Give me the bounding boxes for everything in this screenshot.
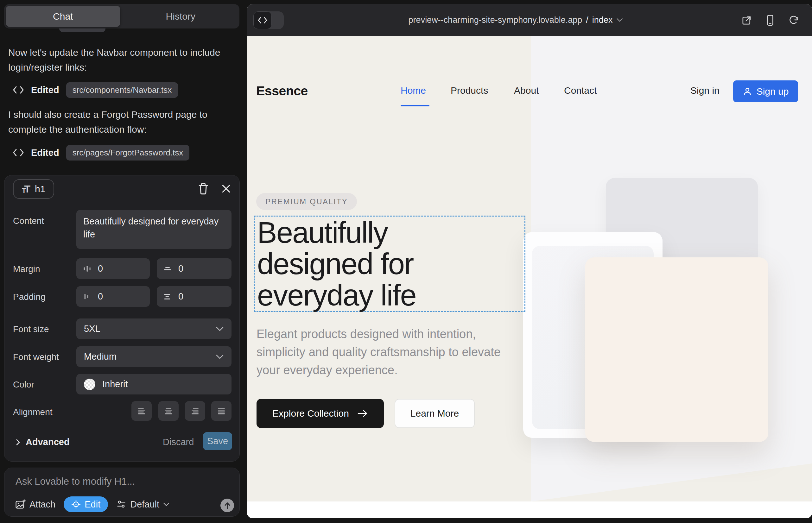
explore-collection-button[interactable]: Explore Collection <box>257 399 384 428</box>
sign-in-link[interactable]: Sign in <box>690 85 720 96</box>
margin-x-input[interactable] <box>97 263 137 274</box>
padding-y-field[interactable] <box>157 286 231 307</box>
save-button[interactable]: Save <box>203 432 232 450</box>
color-select[interactable]: Inherit <box>76 374 231 395</box>
content-input[interactable]: Beautifully designed for everyday life <box>76 210 231 249</box>
nav-link-contact[interactable]: Contact <box>564 85 597 96</box>
edited-file-chip[interactable]: src/components/Navbar.tsx <box>66 82 178 98</box>
close-icon <box>221 184 231 194</box>
send-button[interactable] <box>220 499 234 512</box>
mobile-view-button[interactable] <box>763 13 777 27</box>
font-size-select[interactable]: 5XL <box>76 319 231 339</box>
url-host: preview--charming-site-symphony.lovable.… <box>408 15 582 25</box>
section-below-hero <box>247 502 812 518</box>
color-label: Color <box>13 380 34 390</box>
hero-heading-line: everyday life <box>257 279 416 311</box>
discard-button[interactable]: Discard <box>163 437 194 447</box>
arrow-up-icon <box>224 502 231 509</box>
hero-heading[interactable]: Beautifully designed for everyday life <box>257 217 416 311</box>
nav-active-underline <box>401 105 429 106</box>
align-center-icon <box>164 407 173 415</box>
sign-up-button[interactable]: Sign up <box>733 80 798 102</box>
element-editor-panel: TT h1 Content Beautifully designed for e… <box>4 175 240 462</box>
attach-button[interactable]: Attach <box>15 499 55 510</box>
nav-link-products[interactable]: Products <box>451 85 488 96</box>
composer-toolbar: Attach Edit Default <box>15 497 170 512</box>
user-icon <box>743 87 752 96</box>
font-weight-label: Font weight <box>13 352 59 362</box>
align-left-button[interactable] <box>131 401 152 421</box>
code-icon <box>258 16 268 24</box>
font-weight-value: Medium <box>84 351 117 362</box>
edited-label: Edited <box>31 147 59 158</box>
site-logo[interactable]: Essence <box>256 84 308 98</box>
font-weight-select[interactable]: Medium <box>76 346 231 367</box>
code-view-button[interactable] <box>253 12 272 29</box>
hero-heading-line: Beautifully <box>257 217 416 248</box>
margin-horizontal-icon <box>83 264 91 273</box>
align-right-button[interactable] <box>185 401 205 421</box>
open-external-button[interactable] <box>740 13 754 27</box>
preview-browser-frame: preview--charming-site-symphony.lovable.… <box>247 4 812 518</box>
color-swatch <box>84 379 95 390</box>
selected-element-pill: TT h1 <box>13 179 54 199</box>
align-justify-icon <box>217 407 226 415</box>
padding-label: Padding <box>13 292 46 302</box>
tab-chat[interactable]: Chat <box>6 6 120 27</box>
chat-history-tabbar: Chat History <box>4 4 240 29</box>
type-icon: TT <box>22 184 30 194</box>
nav-link-home[interactable]: Home <box>401 85 426 96</box>
preview-site: Essence Home Products About Contact Sign… <box>247 36 812 518</box>
chevron-down-icon <box>163 502 170 507</box>
element-tag: h1 <box>35 184 45 194</box>
chevron-down-icon <box>216 354 224 359</box>
close-panel-button[interactable] <box>219 182 233 196</box>
decor-card-beige <box>585 257 768 442</box>
margin-y-input[interactable] <box>178 263 217 274</box>
target-icon <box>71 500 81 509</box>
browser-toolbar: preview--charming-site-symphony.lovable.… <box>247 4 812 36</box>
url-bar[interactable]: preview--charming-site-symphony.lovable.… <box>408 4 623 36</box>
chevron-down-icon <box>616 18 623 22</box>
nav-link-about[interactable]: About <box>514 85 539 96</box>
sliders-icon <box>116 499 126 509</box>
delete-element-button[interactable] <box>196 182 210 196</box>
refresh-icon <box>789 15 799 25</box>
chat-composer: Attach Edit Default <box>4 468 240 517</box>
truncated-chip <box>59 29 105 32</box>
composer-input[interactable] <box>15 475 219 488</box>
advanced-toggle[interactable]: Advanced <box>16 437 70 447</box>
url-page: index <box>592 15 613 25</box>
lovable-app-window: Chat History Now let's update the Navbar… <box>0 0 812 523</box>
edited-label: Edited <box>31 85 59 95</box>
chevron-down-icon <box>216 326 224 331</box>
refresh-button[interactable] <box>787 13 800 27</box>
hero-badge: PREMIUM QUALITY <box>256 193 357 210</box>
align-right-icon <box>191 407 199 415</box>
align-center-button[interactable] <box>158 401 179 421</box>
mode-select[interactable]: Default <box>116 499 170 510</box>
content-label: Content <box>13 216 44 226</box>
margin-x-field[interactable] <box>76 258 150 279</box>
padding-vertical-icon <box>163 292 172 301</box>
margin-y-field[interactable] <box>157 258 231 279</box>
chat-message: I should also create a Forgot Password p… <box>8 107 235 137</box>
edited-file-row: Edited src/pages/ForgotPassword.tsx <box>13 145 189 160</box>
learn-more-button[interactable]: Learn More <box>394 399 475 428</box>
sign-up-label: Sign up <box>757 86 789 97</box>
align-justify-button[interactable] <box>211 401 231 421</box>
padding-horizontal-icon <box>83 292 91 301</box>
code-icon <box>13 86 24 94</box>
align-left-icon <box>137 407 146 415</box>
explore-collection-label: Explore Collection <box>272 408 349 419</box>
attach-label: Attach <box>30 499 55 510</box>
font-size-label: Font size <box>13 324 49 334</box>
padding-y-input[interactable] <box>178 291 217 302</box>
padding-x-field[interactable] <box>76 286 150 307</box>
edited-file-chip[interactable]: src/pages/ForgotPassword.tsx <box>66 145 190 161</box>
padding-x-input[interactable] <box>97 291 137 302</box>
tab-history[interactable]: History <box>124 6 238 27</box>
edit-mode-button[interactable]: Edit <box>64 497 108 512</box>
alignment-label: Alignment <box>13 407 53 417</box>
browser-actions <box>740 4 800 36</box>
